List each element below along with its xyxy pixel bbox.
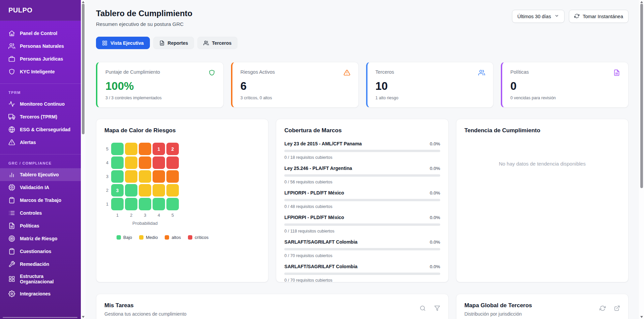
framework-row: SARLAFT/SAGRILAFT Colombia0.0%0 / 70 req…	[284, 264, 440, 283]
sidebar-scrollbar-thumb[interactable]	[82, 4, 85, 134]
stat-label: Políticas	[510, 69, 529, 75]
tab-vista-ejecutiva[interactable]: Vista Ejecutiva	[96, 37, 150, 49]
heatmap-cell	[166, 184, 179, 197]
heatmap-cell	[125, 170, 137, 183]
sidebar-item-label: Validación IA	[20, 185, 49, 190]
heatmap-cell	[111, 198, 124, 210]
stat-icon-wrap	[208, 69, 215, 77]
sidebar-item-label: Personas Naturales	[20, 43, 64, 49]
grid-small-icon	[102, 40, 107, 46]
tab-label: Vista Ejecutiva	[110, 40, 144, 46]
briefcase-icon	[8, 56, 15, 62]
global-map-actions	[600, 305, 620, 311]
search-button[interactable]	[420, 305, 426, 311]
framework-caption: 0 / 48 requisitos cubiertos	[284, 204, 440, 209]
sidebar-item-personas-naturales[interactable]: Personas Naturales	[0, 40, 81, 52]
sidebar-item-alertas[interactable]: Alertas	[0, 136, 81, 149]
sidebar-item-personas-juridicas[interactable]: Personas Jurídicas	[0, 52, 81, 65]
sidebar-item-estructura-organizacional[interactable]: Estructura Organizacional	[0, 271, 81, 287]
snapshot-button[interactable]: Tomar Instantánea	[569, 10, 629, 23]
sidebar-item-label: ESG & Ciberseguridad	[20, 127, 70, 132]
stat-card-puntaje-de-cumplimiento: Puntaje de Cumplimiento100%3 / 3 control…	[96, 62, 224, 108]
refresh-button[interactable]	[600, 305, 606, 311]
truck-icon	[8, 113, 15, 120]
filter-icon	[434, 305, 440, 311]
sidebar-item-label: Tablero Ejecutivo	[20, 172, 59, 177]
stat-label: Riesgos Activos	[240, 69, 275, 75]
framework-percent: 0.0%	[430, 215, 440, 220]
heatmap-cell	[139, 198, 151, 210]
framework-caption: 0 / 70 requisitos cubiertos	[284, 278, 440, 283]
sidebar-item-panel-de-control[interactable]: Panel de Control	[0, 27, 81, 40]
home-icon	[8, 30, 15, 37]
legend-label: altos	[171, 235, 181, 240]
heatmap-cell	[153, 156, 165, 169]
heatmap-cell	[125, 184, 137, 197]
sidebar-item-esg-ciberseguridad[interactable]: ESG & Ciberseguridad	[0, 123, 81, 136]
heatmap-cell	[153, 198, 165, 210]
tab-reportes[interactable]: Reportes	[153, 37, 194, 49]
heatmap-cell	[111, 143, 124, 155]
framework-name: LFPIORPI - PLD/FT México	[284, 215, 344, 220]
page-title: Tablero de Cumplimiento	[96, 9, 192, 18]
heatmap-x-tick: 1	[111, 213, 124, 218]
period-select[interactable]: Últimos 30 días	[512, 10, 565, 23]
scroll-down-arrow-icon[interactable]	[82, 316, 85, 318]
legend-label: críticos	[195, 235, 208, 240]
settings-icon	[8, 290, 15, 297]
stat-caption: 3 / 3 controles implementados	[105, 96, 215, 100]
sidebar-item-terceros-tprm[interactable]: Terceros (TPRM)	[0, 110, 81, 123]
sidebar-item-controles[interactable]: Controles	[0, 207, 81, 219]
chevron-down-icon	[554, 13, 559, 18]
sidebar-item-integraciones[interactable]: Integraciones	[0, 287, 81, 300]
heatmap-cell	[166, 198, 179, 210]
clipboard-icon	[8, 248, 15, 255]
stat-label: Puntaje de Cumplimiento	[105, 69, 160, 75]
file-text-icon	[8, 222, 15, 229]
stat-card-riesgos-activos: Riesgos Activos63 críticos, 0 altos	[231, 62, 359, 108]
sidebar-item-tablero-ejecutivo[interactable]: Tablero Ejecutivo	[0, 168, 81, 181]
page-header-text: Tablero de Cumplimiento Resumen ejecutiv…	[96, 9, 192, 27]
grid-icon	[8, 276, 15, 282]
filter-button[interactable]	[434, 305, 440, 311]
heatmap-cell	[139, 143, 151, 155]
scroll-up-arrow-icon[interactable]	[82, 1, 85, 3]
stat-label: Terceros	[376, 69, 394, 75]
page-scrollbar-thumb[interactable]	[640, 4, 643, 188]
sidebar-item-matriz-de-riesgo[interactable]: Matriz de Riesgo	[0, 232, 81, 245]
sidebar-item-validacion-ia[interactable]: Validación IA	[0, 181, 81, 194]
sidebar-item-monitoreo-continuo[interactable]: Monitoreo Continuo	[0, 98, 81, 110]
sidebar-item-label: Matriz de Riesgo	[20, 236, 57, 241]
tab-terceros[interactable]: Terceros	[197, 37, 237, 49]
framework-caption: 0 / 18 requisitos cubiertos	[284, 155, 440, 160]
framework-progress-bar	[284, 223, 440, 226]
compliance-trend-title: Tendencia de Cumplimiento	[464, 127, 620, 134]
sidebar-horizontal-scrollbar[interactable]	[3, 317, 77, 318]
stat-value: 6	[240, 80, 350, 92]
sidebar-item-marcos-de-trabajo[interactable]: Marcos de Trabajo	[0, 194, 81, 207]
risk-heatmap-card: Mapa de Calor de Riesgos 51243231 12345 …	[96, 119, 268, 282]
framework-progress-bar	[284, 199, 440, 201]
page-scroll-down-arrow-icon[interactable]	[640, 316, 643, 318]
page-scrollbar[interactable]	[639, 0, 644, 319]
heatmap-cell	[125, 143, 137, 155]
sidebar-item-cuestionarios[interactable]: Cuestionarios	[0, 245, 81, 258]
heatmap-cell	[111, 170, 124, 183]
framework-caption: 0 / 56 requisitos cubiertos	[284, 180, 440, 184]
heatmap-cell	[166, 170, 179, 183]
sidebar-item-kyc-inteligente[interactable]: KYC Inteligente	[0, 65, 81, 78]
heatmap-y-tick: 5	[104, 146, 110, 151]
heatmap-x-ticks: 12345	[111, 213, 179, 218]
sidebar-item-politicas[interactable]: Políticas	[0, 219, 81, 232]
framework-caption: 0 / 70 requisitos cubiertos	[284, 253, 440, 258]
clipboard-icon	[8, 197, 15, 204]
open-external-button[interactable]	[614, 305, 620, 311]
sidebar-header: PULPO	[0, 0, 81, 21]
my-tasks-header-text: Mis Tareas Gestiona tus acciones de cump…	[104, 302, 187, 317]
framework-list: Ley 23 de 2015 - AML/CFT Panama0.0%0 / 1…	[284, 141, 440, 283]
users-icon	[203, 40, 209, 46]
sidebar-scrollbar[interactable]	[81, 0, 86, 319]
legend-swatch	[139, 235, 143, 240]
page-scroll-up-arrow-icon[interactable]	[640, 1, 643, 3]
sidebar-item-remediacion[interactable]: Remediación	[0, 258, 81, 271]
